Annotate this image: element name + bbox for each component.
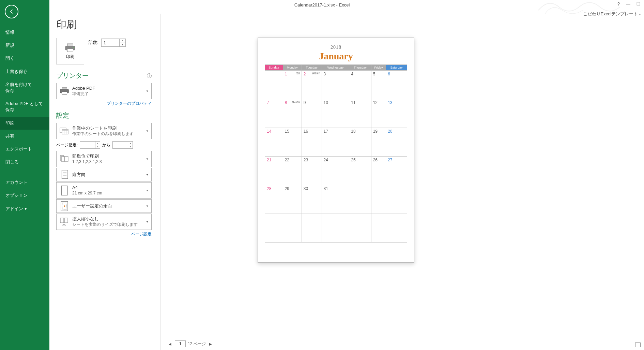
- printer-icon: [64, 43, 76, 53]
- settings-section-heading: 設定: [56, 111, 152, 120]
- restore-button[interactable]: ❐: [635, 1, 642, 6]
- copies-up[interactable]: ▲: [120, 39, 125, 43]
- copies-input[interactable]: [102, 39, 119, 46]
- calendar-cell: [322, 214, 349, 243]
- calendar-cell: [386, 185, 407, 214]
- calendar-cell: 29: [283, 185, 302, 214]
- calendar-cell: 15: [283, 128, 302, 157]
- calendar-cell: [265, 214, 283, 243]
- nav-item-アドイン[interactable]: アドイン ▾: [0, 202, 49, 215]
- nav-item-エクスポート[interactable]: エクスポート: [0, 143, 49, 156]
- svg-text:★: ★: [63, 205, 66, 208]
- back-button[interactable]: [5, 5, 18, 18]
- current-page-input[interactable]: [175, 340, 186, 347]
- title-bar: Calendar2017-1.xlsx - Excel ? — ❐: [0, 0, 644, 10]
- nav-item-アカウント[interactable]: アカウント: [0, 176, 49, 189]
- svg-rect-14: [61, 157, 65, 161]
- chevron-down-icon: ▼: [146, 189, 149, 192]
- collate-dropdown[interactable]: 部単位で印刷 1,2,3 1,2,3 1,2,3 ▼: [56, 151, 152, 167]
- nav-item-閉じる[interactable]: 閉じる: [0, 156, 49, 169]
- print-panel: 印刷 印刷 部数: ▲ ▼ プリンター i: [49, 14, 158, 238]
- next-page-button[interactable]: ▶: [208, 341, 213, 347]
- nav-item-印刷[interactable]: 印刷: [0, 117, 49, 130]
- calendar-cell: [349, 185, 371, 214]
- page-range-row: ページ指定: ▲▼ から ▲▼: [56, 141, 152, 149]
- chevron-down-icon: ▼: [146, 90, 149, 93]
- svg-rect-24: [60, 218, 64, 223]
- calendar-cell: 23: [302, 157, 322, 185]
- nav-item-Adobe-PDF-として-保存[interactable]: Adobe PDF として 保存: [0, 97, 49, 116]
- minimize-button[interactable]: —: [625, 1, 632, 6]
- backstage-sidebar: 情報新規開く上書き保存名前を付けて 保存Adobe PDF として 保存印刷共有…: [0, 0, 49, 350]
- copies-down[interactable]: ▼: [120, 43, 125, 47]
- page-range-label: ページ指定:: [56, 142, 78, 148]
- calendar-cell: 19: [371, 128, 386, 157]
- scaling-dropdown[interactable]: 100 拡大縮小なし シートを実際のサイズで印刷します ▼: [56, 214, 152, 230]
- calendar-cell: 3: [322, 71, 349, 99]
- calendar-year: 2018: [265, 45, 407, 50]
- calendar-cell: 26: [371, 157, 386, 185]
- help-button[interactable]: ?: [616, 1, 621, 6]
- orientation-dropdown[interactable]: 縦方向 ▼: [56, 168, 152, 181]
- nav-item-共有[interactable]: 共有: [0, 130, 49, 143]
- calendar-cell: 2振替休日: [302, 71, 322, 99]
- calendar-cell: 6: [386, 71, 407, 99]
- info-icon[interactable]: i: [147, 73, 152, 78]
- calendar-day-header: Friday: [371, 65, 386, 71]
- print-scope-dropdown[interactable]: 作業中のシートを印刷 作業中のシートのみを印刷します ▼: [56, 123, 152, 139]
- calendar-month: January: [265, 51, 407, 62]
- nav-item-オプション[interactable]: オプション: [0, 189, 49, 202]
- calendar-cell: 5: [371, 71, 386, 99]
- paper-dropdown[interactable]: A4 21 cm x 29.7 cm ▼: [56, 182, 152, 199]
- nav-item-上書き保存[interactable]: 上書き保存: [0, 65, 49, 78]
- nav-item-開く[interactable]: 開く: [0, 52, 49, 65]
- calendar-cell: [349, 214, 371, 243]
- paper-icon: [59, 185, 70, 195]
- printer-name: Adobe PDF: [72, 86, 146, 91]
- calendar-cell: 11: [349, 99, 371, 128]
- prev-page-button[interactable]: ◀: [167, 341, 173, 347]
- calendar-cell: [386, 214, 407, 243]
- chevron-down-icon: ▼: [146, 205, 149, 208]
- page-to-input[interactable]: [112, 141, 128, 149]
- print-button[interactable]: 印刷: [56, 38, 84, 64]
- svg-point-3: [73, 47, 74, 48]
- svg-rect-2: [67, 49, 73, 52]
- calendar-cell: 18: [349, 128, 371, 157]
- nav-item-名前を付けて-保存[interactable]: 名前を付けて 保存: [0, 78, 49, 97]
- scaling-icon: 100: [59, 217, 70, 227]
- page-heading: 印刷: [56, 18, 152, 32]
- nav-item-新規[interactable]: 新規: [0, 39, 49, 52]
- calendar-cell: 10: [322, 99, 349, 128]
- chevron-down-icon: ▼: [146, 173, 149, 176]
- chevron-down-icon: ▼: [146, 220, 149, 223]
- preview-pager: ◀ 12 ページ ▶: [167, 340, 213, 347]
- printer-dropdown[interactable]: Adobe PDF 準備完了 ▼: [56, 83, 152, 99]
- margins-dropdown[interactable]: ★ ユーザー設定の余白 ▼: [56, 199, 152, 213]
- calendar-cell: 31: [322, 185, 349, 214]
- calendar-cell: [283, 214, 302, 243]
- printer-properties-link[interactable]: プリンターのプロパティ: [56, 101, 152, 106]
- calendar-cell: 9: [302, 99, 322, 128]
- calendar-cell: 13: [386, 99, 407, 128]
- calendar-table: SundayMondayTuesdayWednesdayThursdayFrid…: [265, 64, 407, 243]
- nav-item-情報[interactable]: 情報: [0, 26, 49, 39]
- copies-spinner[interactable]: ▲ ▼: [101, 39, 126, 47]
- collate-icon: [59, 154, 70, 164]
- svg-rect-6: [62, 92, 67, 94]
- svg-rect-4: [62, 87, 67, 89]
- calendar-cell: 21: [265, 157, 283, 185]
- calendar-cell: 8成人の日: [283, 99, 302, 128]
- page-setup-link[interactable]: ページ設定: [56, 231, 152, 237]
- calendar-day-header: Wednesday: [322, 65, 349, 71]
- calendar-cell: 14: [265, 128, 283, 157]
- calendar-day-header: Sunday: [265, 65, 283, 71]
- calendar-cell: 25: [349, 157, 371, 185]
- calendar-cell: 12: [371, 99, 386, 128]
- total-pages-label: 12 ページ: [188, 341, 206, 347]
- zoom-to-page-button[interactable]: [635, 342, 641, 347]
- calendar-cell: 28: [265, 185, 283, 214]
- print-preview-area: 2018 January SundayMondayTuesdayWednesda…: [160, 14, 644, 350]
- page-from-input[interactable]: [80, 141, 95, 149]
- printer-section-heading: プリンター: [56, 71, 89, 80]
